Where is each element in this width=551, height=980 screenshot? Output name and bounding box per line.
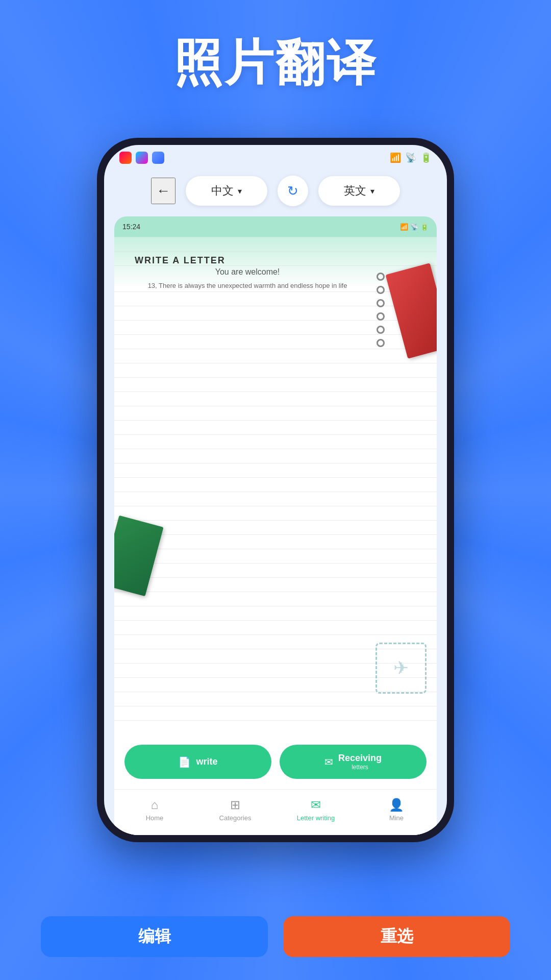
spiral-ring-6 bbox=[377, 339, 385, 347]
source-lang-label: 中文 bbox=[211, 183, 234, 199]
wifi-icon: 📶 bbox=[390, 152, 401, 163]
green-book bbox=[114, 516, 164, 597]
target-language-button[interactable]: 英文 ▾ bbox=[318, 176, 400, 206]
screen-wifi-icon: 📶 bbox=[400, 223, 408, 231]
screen-status-icons: 📶 📡 🔋 bbox=[400, 223, 429, 231]
nav-label-home: Home bbox=[146, 814, 164, 822]
screen-status-bar: 15:24 📶 📡 🔋 bbox=[114, 216, 437, 237]
letter-welcome: You are welcome! bbox=[124, 267, 370, 277]
receiving-text-wrap: Receiving letters bbox=[338, 753, 382, 771]
stamp-decoration: ✈ bbox=[375, 643, 427, 694]
write-icon: 📄 bbox=[178, 756, 191, 768]
notebook-decoration-right bbox=[381, 267, 437, 370]
bottom-nav: ⌂ Home ⊞ Categories ✉ Letter writing 👤 M… bbox=[114, 789, 437, 835]
envelope-icon: ✉ bbox=[324, 756, 333, 768]
target-lang-chevron-icon: ▾ bbox=[370, 186, 374, 196]
screen-signal-icon: 📡 bbox=[410, 223, 418, 231]
letter-area: WRITE A LETTER bbox=[114, 237, 437, 734]
write-label: write bbox=[196, 756, 217, 767]
letters-sublabel: letters bbox=[352, 764, 368, 771]
screen-battery-icon: 🔋 bbox=[420, 223, 429, 231]
nav-item-letter-writing[interactable]: ✉ Letter writing bbox=[276, 795, 356, 825]
receiving-letters-button[interactable]: ✉ Receiving letters bbox=[280, 745, 427, 779]
bottom-action-buttons: 编辑 重选 bbox=[0, 914, 551, 980]
back-button[interactable]: ← bbox=[151, 178, 176, 204]
nav-label-mine: Mine bbox=[389, 814, 404, 822]
notebook-spiral bbox=[377, 273, 385, 347]
spiral-ring-2 bbox=[377, 286, 385, 294]
status-right-icons: 📶 📡 🔋 bbox=[390, 152, 432, 163]
nav-item-mine[interactable]: 👤 Mine bbox=[356, 795, 437, 825]
status-left-icons bbox=[119, 152, 164, 164]
letter-content: WRITE A LETTER bbox=[114, 237, 437, 734]
battery-icon: 🔋 bbox=[420, 152, 432, 163]
phone-screen: 15:24 📶 📡 🔋 WRITE A LETTER bbox=[114, 216, 437, 835]
app-icon-2 bbox=[136, 152, 148, 164]
app-icon-3 bbox=[152, 152, 164, 164]
spiral-ring-1 bbox=[377, 273, 385, 281]
page-title: 照片翻译 bbox=[0, 31, 551, 97]
translation-bar: ← 中文 ▾ ↻ 英文 ▾ bbox=[104, 170, 447, 216]
mine-icon: 👤 bbox=[389, 798, 404, 812]
nav-item-home[interactable]: ⌂ Home bbox=[114, 795, 195, 825]
spiral-ring-5 bbox=[377, 326, 385, 334]
target-lang-label: 英文 bbox=[344, 183, 366, 199]
nav-label-letter-writing: Letter writing bbox=[297, 814, 335, 822]
swap-languages-button[interactable]: ↻ bbox=[278, 176, 308, 206]
reselect-button[interactable]: 重选 bbox=[283, 916, 510, 957]
write-button[interactable]: 📄 write bbox=[124, 745, 271, 779]
letter-body: 13, There is always the unexpected warmt… bbox=[124, 281, 370, 291]
spiral-ring-4 bbox=[377, 312, 385, 321]
phone-mockup: 📶 📡 🔋 ← 中文 ▾ ↻ 英文 ▾ 15:24 📶 bbox=[97, 138, 454, 842]
edit-button[interactable]: 编辑 bbox=[41, 916, 268, 957]
receiving-label: Receiving bbox=[338, 753, 382, 764]
red-notebook bbox=[386, 263, 437, 359]
letter-writing-icon: ✉ bbox=[311, 798, 321, 812]
categories-icon: ⊞ bbox=[230, 798, 240, 812]
nav-label-categories: Categories bbox=[219, 814, 252, 822]
book-decoration-left bbox=[114, 520, 165, 602]
letter-text-area: You are welcome! 13, There is always the… bbox=[124, 267, 370, 291]
action-buttons-area: 📄 write ✉ Receiving letters bbox=[114, 734, 437, 789]
phone-status-bar: 📶 📡 🔋 bbox=[104, 145, 447, 170]
home-icon: ⌂ bbox=[151, 798, 159, 812]
stamp-plane-icon: ✈ bbox=[393, 657, 409, 679]
source-language-button[interactable]: 中文 ▾ bbox=[186, 176, 267, 206]
screen-time: 15:24 bbox=[122, 223, 140, 231]
spiral-ring-3 bbox=[377, 299, 385, 307]
signal-icon: 📡 bbox=[405, 152, 416, 163]
app-icon-1 bbox=[119, 152, 132, 164]
source-lang-chevron-icon: ▾ bbox=[238, 186, 242, 196]
nav-item-categories[interactable]: ⊞ Categories bbox=[195, 795, 276, 825]
phone-inner: 📶 📡 🔋 ← 中文 ▾ ↻ 英文 ▾ 15:24 📶 bbox=[104, 145, 447, 835]
